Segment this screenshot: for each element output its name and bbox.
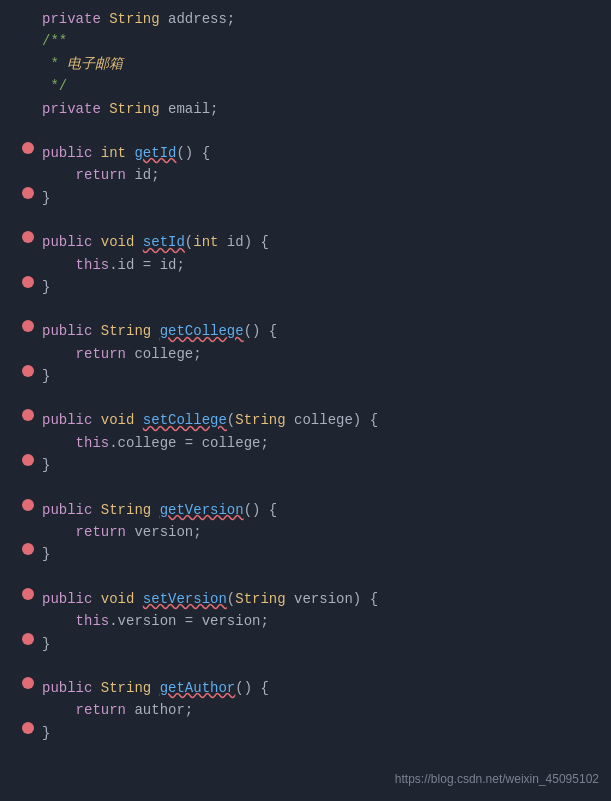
code-token: this xyxy=(42,257,109,273)
line-code-content: } xyxy=(42,722,603,744)
code-token: String xyxy=(101,680,160,696)
code-line xyxy=(10,209,611,231)
breakpoint-indicator[interactable] xyxy=(22,633,34,645)
code-line: } xyxy=(10,187,611,209)
line-code-content: } xyxy=(42,365,603,387)
line-gutter xyxy=(10,231,34,243)
code-line: public String getCollege() { xyxy=(10,320,611,342)
code-token: ( xyxy=(185,234,193,250)
breakpoint-indicator[interactable] xyxy=(22,454,34,466)
code-line xyxy=(10,298,611,320)
code-token: public xyxy=(42,323,101,339)
code-token: setId xyxy=(143,234,185,250)
code-token: } xyxy=(42,190,50,206)
line-code-content: this.id = id; xyxy=(42,254,603,276)
line-code-content: return college; xyxy=(42,343,603,365)
code-token: return xyxy=(42,702,134,718)
breakpoint-indicator[interactable] xyxy=(22,543,34,555)
code-token: public xyxy=(42,502,101,518)
code-token: getVersion xyxy=(160,502,244,518)
breakpoint-indicator[interactable] xyxy=(22,231,34,243)
code-token: () { xyxy=(176,145,210,161)
code-token: getAuthor xyxy=(160,680,236,696)
line-code-content: * 电子邮箱 xyxy=(42,53,603,75)
code-token: .version = version; xyxy=(109,613,269,629)
breakpoint-indicator[interactable] xyxy=(22,365,34,377)
line-code-content: this.version = version; xyxy=(42,610,603,632)
breakpoint-indicator[interactable] xyxy=(22,588,34,600)
code-area: private String address;/** * 电子邮箱 */priv… xyxy=(0,0,611,752)
code-token: return xyxy=(42,524,134,540)
line-gutter xyxy=(10,633,34,645)
code-line: return id; xyxy=(10,164,611,186)
code-line: } xyxy=(10,276,611,298)
breakpoint-indicator[interactable] xyxy=(22,409,34,421)
code-line: public String getVersion() { xyxy=(10,499,611,521)
line-code-content: private String address; xyxy=(42,8,603,30)
code-line: /** xyxy=(10,30,611,52)
code-token: ( xyxy=(227,412,235,428)
line-code-content: public void setVersion(String version) { xyxy=(42,588,603,610)
code-line: return author; xyxy=(10,699,611,721)
line-code-content: return version; xyxy=(42,521,603,543)
code-line: */ xyxy=(10,75,611,97)
code-line xyxy=(10,655,611,677)
code-token: 电子邮箱 xyxy=(67,56,123,72)
code-line: } xyxy=(10,454,611,476)
code-line: * 电子邮箱 xyxy=(10,53,611,75)
line-code-content: public int getId() { xyxy=(42,142,603,164)
line-code-content: public String getCollege() { xyxy=(42,320,603,342)
code-token: return xyxy=(42,167,134,183)
watermark: https://blog.csdn.net/weixin_45095102 xyxy=(395,770,599,789)
code-token: */ xyxy=(42,78,67,94)
breakpoint-indicator[interactable] xyxy=(22,722,34,734)
code-token: int xyxy=(101,145,135,161)
line-gutter xyxy=(10,409,34,421)
line-code-content: */ xyxy=(42,75,603,97)
code-token: id; xyxy=(134,167,159,183)
code-token: } xyxy=(42,368,50,384)
code-line xyxy=(10,387,611,409)
code-token: public xyxy=(42,591,101,607)
breakpoint-indicator[interactable] xyxy=(22,187,34,199)
code-line: private String address; xyxy=(10,8,611,30)
line-code-content: private String email; xyxy=(42,98,603,120)
line-code-content: return author; xyxy=(42,699,603,721)
code-token: () { xyxy=(235,680,269,696)
code-token: * xyxy=(42,56,67,72)
code-line: public String getAuthor() { xyxy=(10,677,611,699)
line-gutter xyxy=(10,276,34,288)
code-token: public xyxy=(42,145,101,161)
line-gutter xyxy=(10,454,34,466)
breakpoint-indicator[interactable] xyxy=(22,142,34,154)
code-token: } xyxy=(42,725,50,741)
line-code-content: } xyxy=(42,276,603,298)
line-gutter xyxy=(10,142,34,154)
code-token: String xyxy=(109,101,168,117)
code-line xyxy=(10,477,611,499)
code-line: return version; xyxy=(10,521,611,543)
code-line: public void setCollege(String college) { xyxy=(10,409,611,431)
code-line: return college; xyxy=(10,343,611,365)
breakpoint-indicator[interactable] xyxy=(22,320,34,332)
line-gutter xyxy=(10,187,34,199)
line-gutter xyxy=(10,588,34,600)
code-line: this.version = version; xyxy=(10,610,611,632)
code-token: setVersion xyxy=(143,591,227,607)
line-gutter xyxy=(10,722,34,734)
line-code-content: } xyxy=(42,633,603,655)
breakpoint-indicator[interactable] xyxy=(22,276,34,288)
breakpoint-indicator[interactable] xyxy=(22,677,34,689)
code-token: college) { xyxy=(294,412,378,428)
code-line: private String email; xyxy=(10,98,611,120)
code-token: college; xyxy=(134,346,201,362)
code-token: void xyxy=(101,234,143,250)
code-token: public xyxy=(42,412,101,428)
code-token: getCollege xyxy=(160,323,244,339)
code-token: author; xyxy=(134,702,193,718)
code-token: .college = college; xyxy=(109,435,269,451)
line-code-content: public void setCollege(String college) { xyxy=(42,409,603,431)
code-token: public xyxy=(42,680,101,696)
line-gutter xyxy=(10,320,34,332)
breakpoint-indicator[interactable] xyxy=(22,499,34,511)
